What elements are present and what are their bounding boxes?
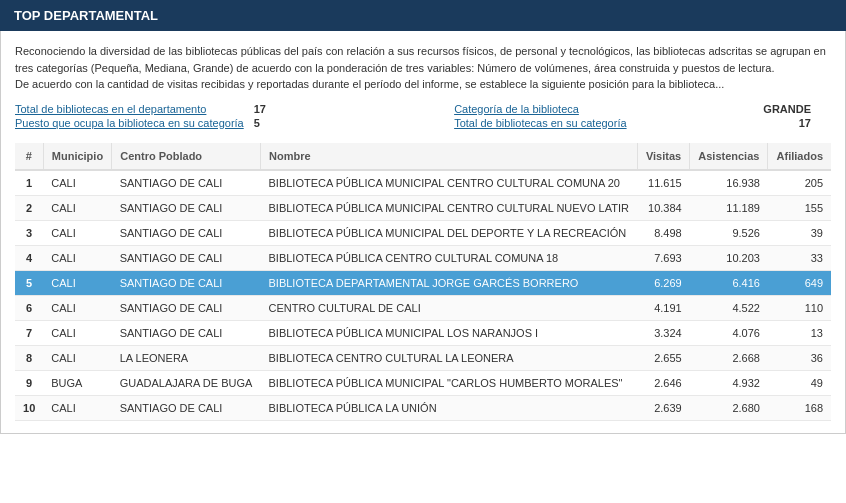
cell-municipio: BUGA — [43, 370, 111, 395]
stats-grid: Total de bibliotecas en el departamento … — [15, 103, 831, 129]
cell-afiliados: 13 — [768, 320, 831, 345]
description-block: Reconociendo la diversidad de las biblio… — [15, 43, 831, 93]
cell-municipio: CALI — [43, 395, 111, 420]
cell-municipio: CALI — [43, 295, 111, 320]
table-row: 7 CALI SANTIAGO DE CALI BIBLIOTECA PÚBLI… — [15, 320, 831, 345]
cell-num: 5 — [15, 270, 43, 295]
cell-centro: SANTIAGO DE CALI — [112, 170, 261, 196]
categoria-value: GRANDE — [679, 103, 831, 115]
cell-nombre: BIBLIOTECA PÚBLICA MUNICIPAL LOS NARANJO… — [261, 320, 638, 345]
col-afiliados: Afiliados — [768, 143, 831, 170]
table-row: 8 CALI LA LEONERA BIBLIOTECA CENTRO CULT… — [15, 345, 831, 370]
cell-num: 8 — [15, 345, 43, 370]
total-dpto-label[interactable]: Total de bibliotecas en el departamento — [15, 103, 244, 115]
cell-asistencias: 16.938 — [690, 170, 768, 196]
cell-centro: SANTIAGO DE CALI — [112, 195, 261, 220]
cell-visitas: 7.693 — [637, 245, 689, 270]
col-centro: Centro Poblado — [112, 143, 261, 170]
cell-afiliados: 33 — [768, 245, 831, 270]
table-row: 1 CALI SANTIAGO DE CALI BIBLIOTECA PÚBLI… — [15, 170, 831, 196]
col-nombre: Nombre — [261, 143, 638, 170]
col-num: # — [15, 143, 43, 170]
col-asistencias: Asistencias — [690, 143, 768, 170]
cell-nombre: BIBLIOTECA PÚBLICA CENTRO CULTURAL COMUN… — [261, 245, 638, 270]
table-header-row: # Municipio Centro Poblado Nombre Visita… — [15, 143, 831, 170]
col-municipio: Municipio — [43, 143, 111, 170]
table-row: 5 CALI SANTIAGO DE CALI BIBLIOTECA DEPAR… — [15, 270, 831, 295]
cell-nombre: BIBLIOTECA CENTRO CULTURAL LA LEONERA — [261, 345, 638, 370]
cell-municipio: CALI — [43, 345, 111, 370]
cell-centro: SANTIAGO DE CALI — [112, 245, 261, 270]
cell-nombre: BIBLIOTECA PÚBLICA MUNICIPAL CENTRO CULT… — [261, 195, 638, 220]
cell-visitas: 11.615 — [637, 170, 689, 196]
cell-nombre: BIBLIOTECA PÚBLICA MUNICIPAL DEL DEPORTE… — [261, 220, 638, 245]
cell-num: 1 — [15, 170, 43, 196]
cell-num: 7 — [15, 320, 43, 345]
cell-centro: SANTIAGO DE CALI — [112, 270, 261, 295]
cell-visitas: 6.269 — [637, 270, 689, 295]
cell-municipio: CALI — [43, 245, 111, 270]
cell-afiliados: 155 — [768, 195, 831, 220]
cell-asistencias: 9.526 — [690, 220, 768, 245]
cell-visitas: 2.639 — [637, 395, 689, 420]
cell-centro: SANTIAGO DE CALI — [112, 220, 261, 245]
categoria-label[interactable]: Categoría de la biblioteca — [454, 103, 626, 115]
cell-asistencias: 4.522 — [690, 295, 768, 320]
cell-municipio: CALI — [43, 320, 111, 345]
desc-para2: De acuerdo con la cantidad de visitas re… — [15, 76, 831, 93]
cell-asistencias: 11.189 — [690, 195, 768, 220]
cell-visitas: 8.498 — [637, 220, 689, 245]
puesto-label[interactable]: Puesto que ocupa la biblioteca en su cat… — [15, 117, 244, 129]
cell-visitas: 4.191 — [637, 295, 689, 320]
cell-nombre: BIBLIOTECA PÚBLICA MUNICIPAL CENTRO CULT… — [261, 170, 638, 196]
cell-afiliados: 649 — [768, 270, 831, 295]
table-row: 9 BUGA GUADALAJARA DE BUGA BIBLIOTECA PÚ… — [15, 370, 831, 395]
cell-centro: LA LEONERA — [112, 345, 261, 370]
cell-visitas: 2.646 — [637, 370, 689, 395]
cell-asistencias: 10.203 — [690, 245, 768, 270]
cell-municipio: CALI — [43, 270, 111, 295]
cell-afiliados: 168 — [768, 395, 831, 420]
cell-afiliados: 36 — [768, 345, 831, 370]
puesto-value: 5 — [250, 117, 290, 129]
cell-asistencias: 2.680 — [690, 395, 768, 420]
cell-num: 10 — [15, 395, 43, 420]
cell-asistencias: 6.416 — [690, 270, 768, 295]
cell-centro: SANTIAGO DE CALI — [112, 395, 261, 420]
cell-asistencias: 4.932 — [690, 370, 768, 395]
cell-centro: GUADALAJARA DE BUGA — [112, 370, 261, 395]
rankings-table: # Municipio Centro Poblado Nombre Visita… — [15, 143, 831, 421]
cell-afiliados: 110 — [768, 295, 831, 320]
desc-para1: Reconociendo la diversidad de las biblio… — [15, 43, 831, 76]
content-area: Reconociendo la diversidad de las biblio… — [0, 31, 846, 434]
cell-afiliados: 49 — [768, 370, 831, 395]
cell-num: 3 — [15, 220, 43, 245]
cell-asistencias: 2.668 — [690, 345, 768, 370]
cell-asistencias: 4.076 — [690, 320, 768, 345]
cell-afiliados: 205 — [768, 170, 831, 196]
table-row: 4 CALI SANTIAGO DE CALI BIBLIOTECA PÚBLI… — [15, 245, 831, 270]
cell-num: 2 — [15, 195, 43, 220]
table-row: 6 CALI SANTIAGO DE CALI CENTRO CULTURAL … — [15, 295, 831, 320]
cell-visitas: 3.324 — [637, 320, 689, 345]
cell-municipio: CALI — [43, 195, 111, 220]
total-dpto-value: 17 — [250, 103, 290, 115]
table-row: 2 CALI SANTIAGO DE CALI BIBLIOTECA PÚBLI… — [15, 195, 831, 220]
cell-num: 9 — [15, 370, 43, 395]
cell-nombre: BIBLIOTECA PÚBLICA MUNICIPAL "CARLOS HUM… — [261, 370, 638, 395]
table-row: 10 CALI SANTIAGO DE CALI BIBLIOTECA PÚBL… — [15, 395, 831, 420]
header-title: TOP DEPARTAMENTAL — [14, 8, 158, 23]
col-visitas: Visitas — [637, 143, 689, 170]
cell-num: 6 — [15, 295, 43, 320]
cell-centro: SANTIAGO DE CALI — [112, 320, 261, 345]
cell-nombre: BIBLIOTECA PÚBLICA LA UNIÓN — [261, 395, 638, 420]
cell-visitas: 10.384 — [637, 195, 689, 220]
cell-num: 4 — [15, 245, 43, 270]
table-row: 3 CALI SANTIAGO DE CALI BIBLIOTECA PÚBLI… — [15, 220, 831, 245]
cell-municipio: CALI — [43, 220, 111, 245]
total-categoria-value: 17 — [679, 117, 831, 129]
cell-centro: SANTIAGO DE CALI — [112, 295, 261, 320]
total-categoria-label[interactable]: Total de bibliotecas en su categoría — [454, 117, 626, 129]
cell-municipio: CALI — [43, 170, 111, 196]
cell-nombre: CENTRO CULTURAL DE CALI — [261, 295, 638, 320]
